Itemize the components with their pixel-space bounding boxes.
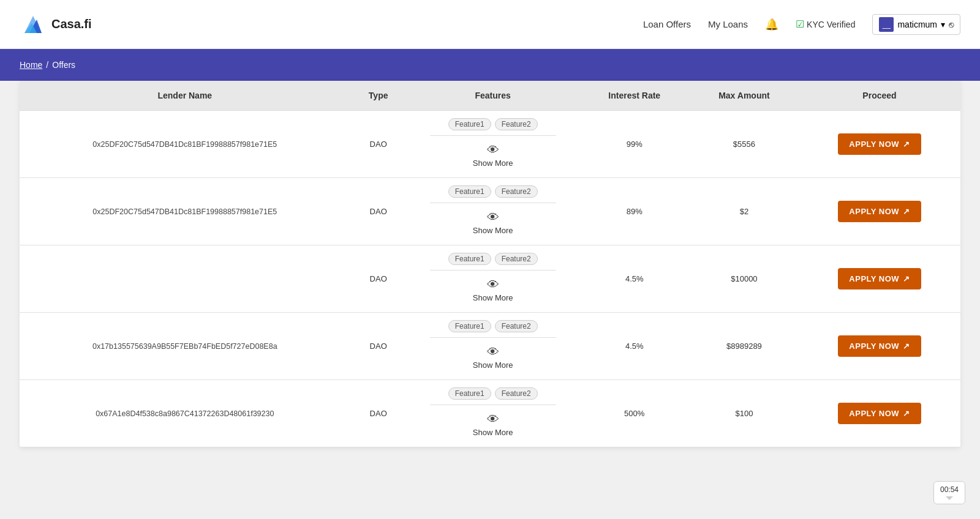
feature-tag: Feature1 [448, 118, 491, 130]
apply-now-button[interactable]: APPLY NOW ↗ [838, 335, 921, 357]
max-amount-cell: $2 [690, 178, 799, 245]
lender-name-cell: 0x17b135575639A9B55F7EBb74FbED5f727eD08E… [20, 313, 350, 380]
feature-divider [430, 337, 556, 338]
col-type: Type [350, 81, 407, 111]
eye-icon: 👁 [487, 211, 499, 225]
proceed-cell: APPLY NOW ↗ [799, 111, 960, 178]
features-cell: Feature1Feature2👁Show More [407, 380, 579, 447]
feature-tag: Feature1 [448, 253, 491, 265]
logout-icon: ⎋ [949, 20, 954, 29]
apply-icon: ↗ [903, 207, 910, 216]
apply-now-button[interactable]: APPLY NOW ↗ [838, 133, 921, 155]
max-amount-cell: $100 [690, 380, 799, 447]
lender-name-cell: 0x25DF20C75d547DB41Dc81BF19988857f981e71… [20, 178, 350, 245]
banner: Home / Offers [0, 49, 980, 81]
offers-table-wrapper: Lender Name Type Features Interest Rate … [20, 81, 960, 447]
col-lender-name: Lender Name [20, 81, 350, 111]
type-cell: DAO [350, 380, 407, 447]
main-content: Lender Name Type Features Interest Rate … [0, 81, 980, 472]
show-more-label: Show More [473, 293, 513, 302]
apply-icon: ↗ [903, 342, 910, 351]
eye-icon: 👁 [487, 278, 499, 292]
table-row: 0x17b135575639A9B55F7EBb74FbED5f727eD08E… [20, 313, 960, 380]
feature-tag: Feature1 [448, 185, 491, 198]
timer-badge: 00:54 [933, 481, 965, 504]
show-more-button[interactable]: 👁Show More [468, 208, 518, 237]
nav-loan-offers[interactable]: Loan Offers [643, 19, 691, 29]
interest-rate-cell: 4.5% [579, 313, 690, 380]
apply-now-button[interactable]: APPLY NOW ↗ [838, 201, 921, 222]
kyc-check-icon: ☑ [796, 18, 804, 30]
type-cell: DAO [350, 313, 407, 380]
proceed-cell: APPLY NOW ↗ [799, 313, 960, 380]
max-amount-cell: $5556 [690, 111, 799, 178]
apply-icon: ↗ [903, 274, 910, 283]
show-more-label: Show More [473, 159, 513, 168]
apply-now-button[interactable]: APPLY NOW ↗ [838, 268, 921, 289]
feature-tag: Feature1 [448, 320, 491, 332]
bell-icon[interactable]: 🔔 [765, 18, 778, 31]
lender-name-cell: 0x67A1e8D4f538c8a9867C41372263D48061f392… [20, 380, 350, 447]
kyc-badge: ☑ KYC Verified [796, 18, 855, 30]
show-more-label: Show More [473, 428, 513, 437]
nav-my-loans[interactable]: My Loans [708, 19, 748, 29]
breadcrumb-home[interactable]: Home [20, 60, 42, 70]
logo-icon [20, 11, 47, 38]
type-cell: DAO [350, 111, 407, 178]
show-more-button[interactable]: 👁Show More [468, 410, 518, 439]
features-cell: Feature1Feature2👁Show More [407, 111, 579, 178]
proceed-cell: APPLY NOW ↗ [799, 178, 960, 245]
feature-divider [430, 270, 556, 271]
interest-rate-cell: 99% [579, 111, 690, 178]
col-max-amount: Max Amount [690, 81, 799, 111]
feature-tag: Feature2 [495, 253, 538, 265]
show-more-button[interactable]: 👁Show More [468, 343, 518, 372]
max-amount-cell: $8989289 [690, 313, 799, 380]
eye-icon: 👁 [487, 345, 499, 359]
max-amount-cell: $10000 [690, 245, 799, 313]
feature-tag: Feature2 [495, 387, 538, 400]
proceed-cell: APPLY NOW ↗ [799, 380, 960, 447]
feature-tag: Feature2 [495, 185, 538, 198]
proceed-cell: APPLY NOW ↗ [799, 245, 960, 313]
kyc-label: KYC Verified [807, 20, 855, 29]
features-cell: Feature1Feature2👁Show More [407, 245, 579, 313]
feature-tag: Feature1 [448, 387, 491, 400]
type-cell: DAO [350, 245, 407, 313]
table-row: 0x67A1e8D4f538c8a9867C41372263D48061f392… [20, 380, 960, 447]
header-nav: Loan Offers My Loans 🔔 ☑ KYC Verified __… [643, 14, 960, 35]
offers-table: Lender Name Type Features Interest Rate … [20, 81, 960, 447]
feature-divider [430, 135, 556, 136]
show-more-label: Show More [473, 226, 513, 235]
logo[interactable]: Casa.fi [20, 11, 92, 38]
timer-value: 00:54 [940, 485, 959, 494]
features-cell: Feature1Feature2👁Show More [407, 313, 579, 380]
feature-tag: Feature2 [495, 118, 538, 130]
interest-rate-cell: 500% [579, 380, 690, 447]
type-cell: DAO [350, 178, 407, 245]
table-row: 0x25DF20C75d547DB41Dc81BF19988857f981e71… [20, 111, 960, 178]
breadcrumb-current: Offers [52, 60, 75, 70]
header: Casa.fi Loan Offers My Loans 🔔 ☑ KYC Ver… [0, 0, 980, 49]
show-more-button[interactable]: 👁Show More [468, 275, 518, 305]
eye-icon: 👁 [487, 413, 499, 427]
feature-tag: Feature2 [495, 320, 538, 332]
dropdown-chevron-icon: ▾ [941, 20, 945, 29]
col-features: Features [407, 81, 579, 111]
apply-icon: ↗ [903, 140, 910, 149]
interest-rate-cell: 4.5% [579, 245, 690, 313]
interest-rate-cell: 89% [579, 178, 690, 245]
col-interest-rate: Interest Rate [579, 81, 690, 111]
user-dropdown[interactable]: __ maticmum ▾ ⎋ [872, 14, 960, 35]
col-proceed: Proceed [799, 81, 960, 111]
show-more-button[interactable]: 👁Show More [468, 141, 518, 170]
logo-text: Casa.fi [51, 17, 92, 31]
features-cell: Feature1Feature2👁Show More [407, 178, 579, 245]
username: maticmum [897, 20, 937, 29]
apply-now-button[interactable]: APPLY NOW ↗ [838, 403, 921, 424]
table-row: DAOFeature1Feature2👁Show More4.5%$10000A… [20, 245, 960, 313]
user-avatar: __ [879, 17, 894, 32]
lender-name-cell: 0x25DF20C75d547DB41Dc81BF19988857f981e71… [20, 111, 350, 178]
breadcrumb: Home / Offers [20, 60, 960, 70]
breadcrumb-separator: / [46, 60, 48, 70]
